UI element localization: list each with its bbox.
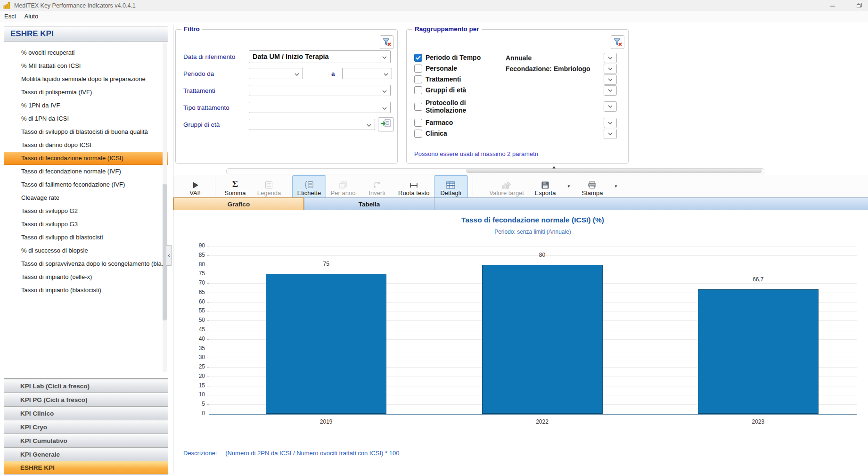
sidebar-item[interactable]: Cleavage rate [4,191,168,205]
data-riferimento-label: Data di riferimento [183,53,249,60]
grouping-option-label: Protocollo di Stimolazione [426,99,506,114]
sidebar-item[interactable]: Tasso di impianto (celle-x) [4,270,168,284]
data-riferimento-select[interactable]: Data UM / Inizio Terapia [249,50,391,63]
periodo-da-select[interactable] [249,68,303,79]
grouping-dropdown-button[interactable] [604,85,617,96]
sidebar-item[interactable]: Tasso di danno dopo ICSI [4,139,168,152]
toolbar-button-legenda[interactable]: Legenda [252,175,286,198]
toolbar-button-label: Ruota testo [398,189,430,197]
raggruppamento-title: Raggruppamento per [412,25,482,33]
periodo-a-select[interactable] [342,68,392,79]
menu-esci[interactable]: Esci [0,12,20,21]
sidebar-item[interactable]: Tasso di sviluppo G2 [4,205,168,218]
tab-tabella[interactable]: Tabella [304,197,434,210]
menu-aiuto[interactable]: Aiuto [20,12,43,21]
checkbox[interactable] [414,130,422,138]
toolbar-button-label: Inverti [368,189,385,197]
sidebar-item[interactable]: % di successo di biopsie [4,244,168,257]
horizontal-splitter[interactable] [226,168,764,174]
toolbar-button-label: Somma [225,189,246,197]
invert-icon [373,179,382,189]
raggruppamento-panel: Raggruppamento per Periodo di TempoAnnua… [406,29,629,164]
checkbox[interactable] [414,86,422,94]
sidebar-section[interactable]: KPI Generale [4,447,168,461]
restore-button[interactable] [851,0,867,10]
grouping-dropdown-button[interactable] [604,101,617,112]
sidebar-item[interactable]: % di 1PN da ICSI [4,112,168,125]
sidebar-item[interactable]: Tasso di impianto (blastocisti) [4,284,168,297]
grouping-option-row: Clinica [414,128,617,139]
y-axis-tick-label: 35 [187,345,205,352]
toolbar-button-stampa[interactable]: Stampa [575,175,609,198]
minimize-button[interactable] [825,0,841,10]
grouping-dropdown-button[interactable] [604,53,617,63]
tipo-trattamento-select[interactable] [249,102,391,113]
gridline [209,246,857,246]
sidebar-item[interactable]: Tasso di sviluppo di blastocisti di buon… [4,125,168,139]
sidebar-section[interactable]: KPI Clinico [4,406,168,420]
grouping-dropdown-button[interactable] [604,74,617,85]
tab-grafico[interactable]: Grafico [173,197,304,210]
sidebar-section[interactable]: KPI Cryo [4,420,168,434]
checkbox[interactable] [414,65,422,73]
toolbar-button-esporta[interactable]: Esporta [528,175,562,198]
sidebar-item[interactable]: Tasso di sopravvivenza dopo lo scongelam… [4,257,168,270]
checkbox[interactable] [414,119,422,127]
chart-area: Tasso di fecondazione normale (ICSI) (%)… [173,210,868,475]
toolbar-button-somma[interactable]: ΣSomma [218,175,252,198]
grouping-dropdown-button[interactable] [604,129,617,139]
window-title: MedITEX Key Performance Indicators v4.0.… [14,2,136,9]
sidebar-scrollbar[interactable] [163,42,167,372]
kpi-list: % ovociti recuperati% MII trattati con I… [4,41,168,379]
toolbar-button-inverti[interactable]: Inverti [360,175,394,198]
copy-age-groups-button[interactable] [378,117,394,131]
chevron-up-icon[interactable]: ^ [552,165,556,172]
sidebar-item[interactable]: % MII trattati con ICSI [4,59,168,73]
sidebar-item[interactable]: Tasso di fecondazione normale (IVF) [4,165,168,178]
sidebar-item[interactable]: Tasso di fallimento fecondazione (IVF) [4,178,168,191]
y-axis-tick-label: 5 [187,401,205,407]
clear-grouping-button[interactable] [611,35,624,49]
checkbox[interactable] [414,103,422,111]
toolbar-button-ruota-testo[interactable]: Ruota testo [394,175,434,198]
grouping-option-label: Farmaco [426,119,506,126]
clear-filter-button[interactable] [380,35,393,49]
x-axis-category-label: 2019 [307,418,345,425]
chart-subtitle: Periodo: senza limiti (Annuale) [209,229,857,235]
sidebar-section[interactable]: ESHRE KPI [4,461,168,475]
dropdown-arrow-icon[interactable]: ▼ [565,184,573,188]
y-axis-tick-label: 75 [187,270,205,277]
toolbar-separator [289,178,289,196]
checkbox[interactable] [414,54,422,62]
toolbar-button-etichette[interactable]: Etichette [292,175,326,198]
sidebar-item[interactable]: Tasso di fecondazione normale (ICSI) [4,152,168,165]
sidebar-item[interactable]: % 1PN da IVF [4,99,168,112]
sigma-icon: Σ [232,179,238,189]
sidebar-item[interactable]: Tasso di polispermia (IVF) [4,86,168,99]
sidebar-section[interactable]: KPI Lab (Cicli a fresco) [4,379,168,393]
toolbar-button-per-anno[interactable]: Per anno [326,175,360,198]
checkbox[interactable] [414,75,422,83]
splitter-thumb[interactable] [466,169,762,173]
sidebar-item[interactable]: Motilità liquido seminale dopo la prepar… [4,73,168,86]
sidebar-section[interactable]: KPI Cumulativo [4,434,168,447]
toolbar-button-vai[interactable]: VAI! [178,175,212,198]
sidebar-item[interactable]: % ovociti recuperati [4,46,168,59]
trattamenti-select[interactable] [249,85,391,96]
dropdown-arrow-icon[interactable]: ▼ [612,184,620,188]
toolbar-button-valore-target[interactable]: Valore target [485,175,528,198]
chart-bar [482,265,603,414]
grouping-dropdown-button[interactable] [604,118,617,128]
chevron-down-icon [608,122,613,124]
grouping-dropdown-button[interactable] [604,64,617,74]
grouping-option-label: Periodo di Tempo [426,54,506,61]
gruppi-eta-select[interactable] [249,119,375,130]
y-axis-tick-label: 25 [187,363,205,370]
sidebar-item[interactable]: Tasso di sviluppo G3 [4,218,168,231]
sidebar-collapse-handle[interactable]: ‹ [166,245,172,266]
toolbar-button-dettagli[interactable]: Dettagli [434,175,468,198]
sidebar-section[interactable]: KPI PG (Cicli a fresco) [4,393,168,406]
periodo-a-label: a [331,70,335,77]
sidebar-item[interactable]: Tasso di sviluppo di blastocisti [4,231,168,244]
y-axis-tick-label: 45 [187,326,205,333]
